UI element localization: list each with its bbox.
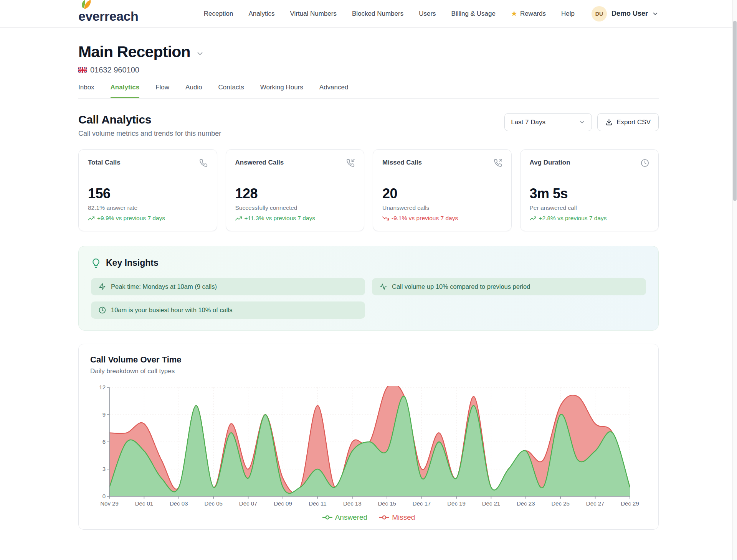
logo[interactable]: everreach [78,3,138,24]
card-value: 156 [88,186,208,202]
svg-text:Dec 07: Dec 07 [239,500,258,507]
svg-text:0: 0 [102,493,106,499]
card-title: Total Calls [88,159,121,166]
card-subtext: Successfully connected [235,204,355,211]
lightbulb-icon [91,258,101,268]
call-volume-area-chart: 036912Nov 29Dec 01Dec 03Dec 05Dec 07Dec … [90,384,639,510]
trend-indicator: -9.1% vs previous 7 days [382,215,502,222]
svg-text:Dec 03: Dec 03 [170,500,188,507]
scrollbar-thumb[interactable] [733,21,737,201]
trending-up-icon [235,215,242,222]
chart-title: Call Volume Over Time [90,355,647,365]
title-chevron-down-icon[interactable] [196,49,204,58]
legend-label: Answered [335,513,368,522]
stat-card-answered-calls: Answered Calls 128 Successfully connecte… [226,149,365,231]
tab-audio[interactable]: Audio [185,84,202,98]
avatar: DU [592,6,607,21]
card-value: 128 [235,186,355,202]
trending-up-icon [530,215,536,222]
insight-busiest-hour: 10am is your busiest hour with 10% of ca… [91,301,365,319]
svg-text:Dec 25: Dec 25 [551,500,570,507]
tab-working-hours[interactable]: Working Hours [260,84,303,98]
svg-text:3: 3 [102,466,106,472]
trending-down-icon [382,215,389,222]
stat-card-missed-calls: Missed Calls 20 Unanswered calls -9.1% v… [373,149,512,231]
svg-text:Dec 09: Dec 09 [274,500,292,507]
svg-text:Dec 29: Dec 29 [621,500,639,507]
card-subtext: Unanswered calls [382,204,502,211]
phone-incoming-icon [346,159,355,167]
legend-marker-missed-icon [379,515,390,520]
trend-indicator: +2.8% vs previous 7 days [530,215,649,222]
nav-rewards-label: Rewards [520,10,546,18]
nav-help[interactable]: Help [561,10,575,18]
chevron-down-icon [579,119,585,125]
zap-icon [99,283,106,290]
insight-text: 10am is your busiest hour with 10% of ca… [111,306,232,314]
card-subtext: 82.1% answer rate [88,204,208,211]
export-csv-button[interactable]: Export CSV [597,113,659,131]
svg-text:Dec 21: Dec 21 [482,500,501,507]
card-value: 3m 5s [530,186,649,202]
card-title: Avg Duration [530,159,570,166]
phone-number: 01632 960100 [90,66,139,74]
date-range-select[interactable]: Last 7 Days [504,113,592,131]
svg-text:12: 12 [99,384,106,390]
clock-icon [641,159,649,167]
nav-reception[interactable]: Reception [204,10,233,18]
trend-indicator: +11.3% vs previous 7 days [235,215,355,222]
key-insights-panel: Key Insights Peak time: Mondays at 10am … [78,246,659,331]
trend-label: -9.1% vs previous 7 days [392,215,458,222]
nav-virtual-numbers[interactable]: Virtual Numbers [290,10,337,18]
legend-label: Missed [392,513,415,522]
clock-icon [99,306,106,314]
nav-rewards[interactable]: ★ Rewards [511,9,546,18]
export-csv-label: Export CSV [616,119,651,126]
chart-subtitle: Daily breakdown of call types [90,367,647,375]
chevron-down-icon [652,10,659,17]
insights-title: Key Insights [106,258,159,268]
svg-text:Dec 13: Dec 13 [343,500,362,507]
trend-label: +2.8% vs previous 7 days [539,215,607,222]
insight-peak-time: Peak time: Mondays at 10am (9 calls) [91,278,365,295]
stat-cards: Total Calls 156 82.1% answer rate +9.9% … [78,149,659,231]
section-title: Call Analytics [78,113,221,126]
nav-blocked-numbers[interactable]: Blocked Numbers [352,10,403,18]
svg-text:Dec 15: Dec 15 [378,500,396,507]
chart-legend: Answered Missed [90,513,647,522]
call-volume-chart-card: Call Volume Over Time Daily breakdown of… [78,344,659,530]
svg-text:Dec 01: Dec 01 [135,500,154,507]
number-tabs: Inbox Analytics Flow Audio Contacts Work… [78,84,659,99]
insight-text: Peak time: Mondays at 10am (9 calls) [111,283,217,290]
user-menu[interactable]: DU Demo User [592,6,659,21]
nav-analytics[interactable]: Analytics [248,10,274,18]
star-icon: ★ [511,9,517,18]
download-icon [605,119,613,126]
tab-inbox[interactable]: Inbox [78,84,94,98]
uk-flag-icon [78,67,87,73]
svg-text:Dec 27: Dec 27 [586,500,605,507]
top-nav: everreach Reception Analytics Virtual Nu… [0,0,737,28]
trending-up-icon [88,215,94,222]
tab-advanced[interactable]: Advanced [319,84,349,98]
main-nav: Reception Analytics Virtual Numbers Bloc… [204,9,575,18]
stat-card-total-calls: Total Calls 156 82.1% answer rate +9.9% … [78,149,217,231]
scrollbar[interactable] [732,0,737,560]
legend-answered[interactable]: Answered [322,513,368,522]
nav-users[interactable]: Users [419,10,436,18]
tab-contacts[interactable]: Contacts [218,84,244,98]
trend-indicator: +9.9% vs previous 7 days [88,215,208,222]
trend-label: +11.3% vs previous 7 days [245,215,316,222]
svg-text:6: 6 [102,438,106,445]
svg-text:Nov 29: Nov 29 [100,500,119,507]
stat-card-avg-duration: Avg Duration 3m 5s Per answered call +2.… [520,149,659,231]
nav-billing-usage[interactable]: Billing & Usage [451,10,496,18]
activity-icon [380,283,387,290]
tab-analytics[interactable]: Analytics [111,84,140,98]
legend-marker-answered-icon [322,515,333,520]
svg-text:Dec 17: Dec 17 [413,500,431,507]
legend-missed[interactable]: Missed [379,513,415,522]
tab-flow[interactable]: Flow [155,84,169,98]
svg-text:9: 9 [102,411,106,418]
trend-label: +9.9% vs previous 7 days [97,215,165,222]
